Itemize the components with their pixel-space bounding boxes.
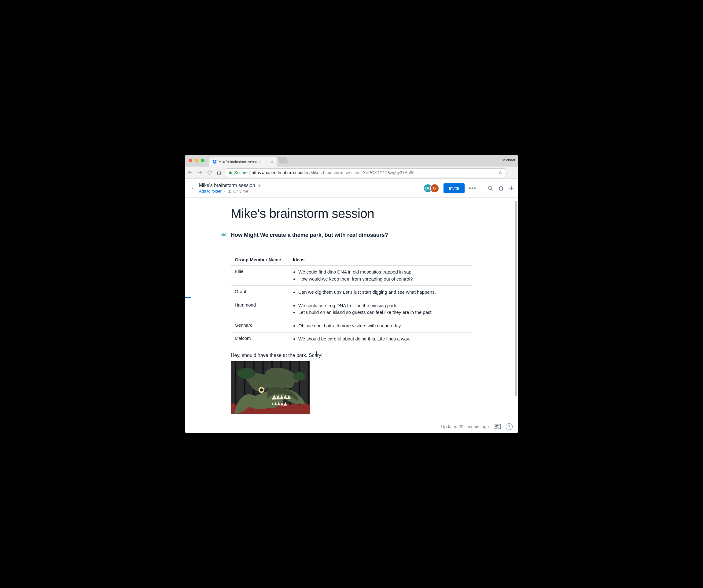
url-host: https://paper.dropbox.com bbox=[251, 170, 301, 175]
omnibox[interactable]: Secure https://paper.dropbox.com/doc/Mik… bbox=[226, 168, 506, 177]
idea-item[interactable]: We could find dino DNA in old mosquitos … bbox=[298, 269, 468, 276]
back-button[interactable] bbox=[187, 170, 193, 175]
forward-button[interactable] bbox=[197, 170, 203, 175]
svg-point-13 bbox=[260, 388, 263, 391]
doc-title[interactable]: Mike's brainstorm session bbox=[199, 183, 255, 188]
question-text[interactable]: How Might We create a theme park, but wi… bbox=[231, 232, 388, 238]
svg-rect-17 bbox=[495, 425, 495, 426]
tabs-row: Mike's brainstorm session – Dr… × bbox=[209, 155, 287, 167]
bookmark-star-icon[interactable] bbox=[498, 170, 503, 175]
ideas-cell[interactable]: We could use frog DNA to fill in the mis… bbox=[289, 299, 472, 319]
dropbox-icon bbox=[213, 160, 217, 164]
ideas-table[interactable]: Group Member Name Ideas EllieWe could fi… bbox=[231, 254, 472, 346]
image-block[interactable] bbox=[231, 361, 310, 414]
svg-rect-20 bbox=[498, 425, 499, 426]
ideas-cell[interactable]: We should be careful about doing this. L… bbox=[289, 333, 472, 346]
doc-star-icon[interactable] bbox=[257, 183, 262, 188]
url-path: /doc/Mikes-brainstorm-session-LXePCzDG12… bbox=[301, 170, 414, 175]
idea-item[interactable]: Oh, we could attract more visitors with … bbox=[298, 322, 468, 329]
window-close-button[interactable] bbox=[188, 159, 192, 162]
chrome-titlebar: Mike's brainstorm session – Dr… × Michae… bbox=[185, 155, 518, 167]
browser-window: Mike's brainstorm session – Dr… × Michae… bbox=[185, 155, 518, 433]
separator-dot: • bbox=[224, 189, 226, 193]
permission-indicator[interactable]: Only me bbox=[228, 189, 248, 193]
avatar[interactable]: G bbox=[430, 184, 439, 193]
table-header-row: Group Member Name Ideas bbox=[231, 254, 472, 266]
tab-close-icon[interactable]: × bbox=[271, 160, 274, 164]
table-header-cell: Group Member Name bbox=[231, 254, 289, 266]
table-row[interactable]: HammondWe could use frog DNA to fill in … bbox=[231, 299, 472, 319]
doc-meta: Mike's brainstorm session Add to folder … bbox=[199, 183, 262, 193]
doc-content[interactable]: Mike's brainstorm session MC How Might W… bbox=[231, 206, 472, 414]
add-to-folder-link[interactable]: Add to folder bbox=[199, 189, 222, 193]
comment-thread-marker[interactable] bbox=[185, 297, 191, 298]
idea-item[interactable]: Let's build on an island so guests can f… bbox=[298, 309, 468, 316]
notifications-icon[interactable] bbox=[498, 185, 504, 191]
svg-rect-23 bbox=[497, 426, 498, 427]
new-tab-button[interactable] bbox=[277, 157, 288, 164]
table-row[interactable]: MalcomWe should be careful about doing t… bbox=[231, 333, 472, 346]
search-icon[interactable] bbox=[487, 185, 494, 191]
omnibox-divider bbox=[249, 170, 250, 175]
keyboard-shortcuts-icon[interactable] bbox=[494, 424, 501, 429]
browser-tab[interactable]: Mike's brainstorm session – Dr… × bbox=[209, 157, 277, 167]
help-icon[interactable]: ? bbox=[506, 423, 513, 430]
secure-label: Secure bbox=[234, 170, 248, 175]
svg-rect-19 bbox=[497, 425, 498, 426]
divider bbox=[482, 183, 482, 193]
tab-title: Mike's brainstorm session – Dr… bbox=[219, 160, 269, 164]
lock-icon bbox=[229, 171, 232, 175]
author-initials-badge[interactable]: MC bbox=[219, 233, 227, 237]
person-icon bbox=[228, 189, 232, 193]
document-canvas: Mike's brainstorm session MC How Might W… bbox=[185, 198, 518, 433]
paper-header: Mike's brainstorm session Add to folder … bbox=[185, 179, 518, 198]
url: https://paper.dropbox.com/doc/Mikes-brai… bbox=[251, 170, 414, 175]
table-row[interactable]: GrantCan we dig them up? Let's just star… bbox=[231, 286, 472, 299]
updated-label: Updated 20 seconds ago bbox=[441, 424, 489, 429]
create-new-icon[interactable] bbox=[508, 185, 515, 191]
member-name-cell[interactable]: Grant bbox=[231, 286, 289, 299]
idea-item[interactable]: We could use frog DNA to fill in the mis… bbox=[298, 302, 468, 309]
dinosaur-image bbox=[231, 361, 310, 414]
member-name-cell[interactable]: Hammond bbox=[231, 299, 289, 319]
permission-label: Only me bbox=[233, 189, 248, 193]
question-row: MC How Might We create a theme park, but… bbox=[219, 232, 472, 238]
svg-point-14 bbox=[237, 368, 255, 379]
doc-scroll[interactable]: Mike's brainstorm session MC How Might W… bbox=[185, 198, 518, 433]
reload-button[interactable] bbox=[207, 170, 212, 175]
text-cursor bbox=[316, 351, 472, 357]
svg-rect-18 bbox=[496, 425, 497, 426]
svg-rect-21 bbox=[495, 426, 496, 427]
window-minimize-button[interactable] bbox=[195, 159, 199, 162]
presence-avatars[interactable]: MC G bbox=[423, 184, 439, 193]
member-name-cell[interactable]: Gennaro bbox=[231, 319, 289, 333]
table-row[interactable]: GennaroOh, we could attract more visitor… bbox=[231, 319, 472, 333]
home-button[interactable] bbox=[216, 170, 222, 175]
document-heading[interactable]: Mike's brainstorm session bbox=[231, 206, 472, 221]
ideas-cell[interactable]: Oh, we could attract more visitors with … bbox=[289, 319, 472, 333]
invite-button[interactable]: Invite bbox=[444, 183, 465, 193]
idea-item[interactable]: We should be careful about doing this. L… bbox=[298, 336, 468, 343]
member-name-cell[interactable]: Malcom bbox=[231, 333, 289, 346]
ideas-cell[interactable]: We could find dino DNA in old mosquitos … bbox=[289, 266, 472, 286]
doc-back-button[interactable] bbox=[188, 184, 197, 193]
idea-item[interactable]: How would we keep them from spreading ou… bbox=[298, 276, 468, 283]
ideas-cell[interactable]: Can we dig them up? Let's just start dig… bbox=[289, 286, 472, 299]
browser-menu-button[interactable]: ⋮ bbox=[510, 169, 516, 176]
member-name-cell[interactable]: Ellie bbox=[231, 266, 289, 286]
svg-rect-24 bbox=[499, 426, 499, 427]
scroll-thumb[interactable] bbox=[515, 201, 517, 396]
svg-point-0 bbox=[488, 186, 492, 189]
svg-rect-25 bbox=[496, 428, 499, 428]
more-options-button[interactable]: ••• bbox=[469, 186, 476, 190]
window-maximize-button[interactable] bbox=[201, 159, 205, 162]
traffic-lights bbox=[188, 159, 205, 162]
svg-point-15 bbox=[293, 372, 305, 381]
header-right: MC G Invite ••• bbox=[423, 183, 515, 193]
idea-item[interactable]: Can we dig them up? Let's just start dig… bbox=[298, 289, 468, 296]
table-row[interactable]: EllieWe could find dino DNA in old mosqu… bbox=[231, 266, 472, 286]
footer-bar: Updated 20 seconds ago ? bbox=[436, 420, 518, 433]
scrollbar[interactable] bbox=[515, 199, 517, 432]
table-header-cell: Ideas bbox=[289, 254, 472, 266]
profile-name[interactable]: Michael bbox=[502, 158, 515, 162]
